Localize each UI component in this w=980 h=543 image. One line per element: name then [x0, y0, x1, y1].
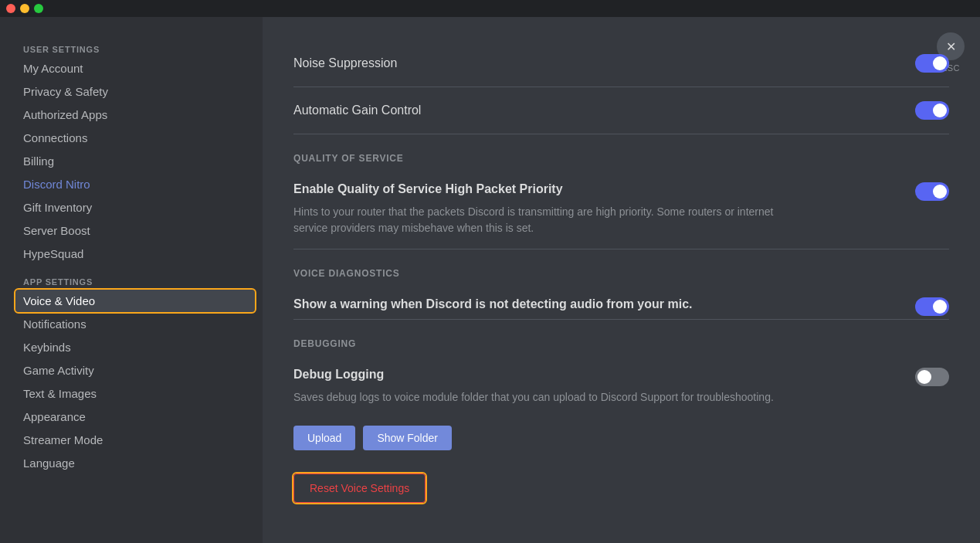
debug-logging-track	[915, 368, 949, 386]
voice-warn-thumb	[933, 300, 947, 314]
debug-logging-row: Debug Logging	[293, 355, 949, 389]
sidebar-item-streamer-mode[interactable]: Streamer Mode	[15, 429, 255, 451]
sidebar: USER SETTINGS My Account Privacy & Safet…	[0, 17, 263, 543]
noise-suppression-toggle[interactable]	[915, 54, 949, 73]
voice-warn-row: Show a warning when Discord is not detec…	[293, 285, 949, 319]
sidebar-item-billing[interactable]: Billing	[15, 150, 255, 172]
qos-toggle[interactable]	[915, 182, 949, 201]
automatic-gain-toggle[interactable]	[915, 101, 949, 120]
voice-warn-block: Show a warning when Discord is not detec…	[293, 285, 949, 320]
sidebar-item-language[interactable]: Language	[15, 452, 255, 474]
debug-logging-thumb	[917, 370, 931, 384]
noise-suppression-thumb	[933, 56, 947, 70]
automatic-gain-track	[915, 101, 949, 120]
voice-warn-label: Show a warning when Discord is not detec…	[293, 297, 915, 311]
sidebar-item-notifications[interactable]: Notifications	[15, 313, 255, 335]
automatic-gain-label: Automatic Gain Control	[293, 104, 421, 117]
sidebar-item-voice-video[interactable]: Voice & Video	[15, 290, 255, 312]
debug-logging-desc: Saves debug logs to voice module folder …	[293, 389, 788, 418]
sidebar-item-game-activity[interactable]: Game Activity	[15, 359, 255, 382]
debugging-section: DEBUGGING Debug Logging Saves debug logs…	[293, 338, 949, 450]
debug-logging-toggle[interactable]	[915, 368, 949, 386]
user-settings-label: USER SETTINGS	[23, 45, 263, 54]
qos-row: Enable Quality of Service High Packet Pr…	[293, 170, 949, 204]
debugging-label: DEBUGGING	[293, 338, 949, 349]
voice-warn-toggle[interactable]	[915, 297, 949, 316]
noise-suppression-track	[915, 54, 949, 73]
noise-suppression-row: Noise Suppression	[293, 40, 949, 87]
upload-button[interactable]: Upload	[293, 426, 355, 450]
sidebar-item-keybinds[interactable]: Keybinds	[15, 336, 255, 358]
sidebar-item-gift-inventory[interactable]: Gift Inventory	[15, 196, 255, 219]
sidebar-item-hypesquad[interactable]: HypeSquad	[15, 243, 255, 265]
noise-suppression-label: Noise Suppression	[293, 56, 397, 70]
maximize-button[interactable]	[34, 4, 43, 13]
sidebar-item-my-account[interactable]: My Account	[15, 57, 255, 80]
reset-voice-settings-button[interactable]: Reset Voice Settings	[293, 473, 426, 503]
qos-label: Enable Quality of Service High Packet Pr…	[293, 182, 915, 196]
sidebar-item-appearance[interactable]: Appearance	[15, 406, 255, 428]
quality-section-label: QUALITY OF SERVICE	[293, 153, 949, 164]
app-settings-label: APP SETTINGS	[23, 277, 263, 287]
qos-track	[915, 182, 949, 201]
sidebar-item-authorized-apps[interactable]: Authorized Apps	[15, 104, 255, 126]
debug-logging-label: Debug Logging	[293, 368, 915, 382]
main-content: ✕ ESC Noise Suppression Automatic Gain C…	[263, 17, 980, 543]
automatic-gain-thumb	[933, 104, 947, 117]
titlebar	[0, 0, 980, 17]
qos-block: Enable Quality of Service High Packet Pr…	[293, 170, 949, 249]
sidebar-item-discord-nitro[interactable]: Discord Nitro	[15, 173, 255, 195]
qos-desc: Hints to your router that the packets Di…	[293, 204, 788, 249]
debug-btn-row: Upload Show Folder	[293, 426, 949, 450]
sidebar-item-privacy-safety[interactable]: Privacy & Safety	[15, 80, 255, 103]
automatic-gain-row: Automatic Gain Control	[293, 87, 949, 134]
sidebar-item-connections[interactable]: Connections	[15, 127, 255, 149]
app-body: USER SETTINGS My Account Privacy & Safet…	[0, 17, 980, 543]
qos-thumb	[933, 185, 947, 199]
minimize-button[interactable]	[20, 4, 29, 13]
close-button[interactable]	[6, 4, 15, 13]
debug-logging-block: Debug Logging Saves debug logs to voice …	[293, 355, 949, 450]
voice-diagnostics-label: VOICE DIAGNOSTICS	[293, 268, 949, 279]
reset-section: Reset Voice Settings	[293, 473, 949, 503]
voice-warn-track	[915, 297, 949, 316]
sidebar-item-text-images[interactable]: Text & Images	[15, 382, 255, 405]
sidebar-item-server-boost[interactable]: Server Boost	[15, 219, 255, 242]
show-folder-button[interactable]: Show Folder	[363, 426, 452, 450]
